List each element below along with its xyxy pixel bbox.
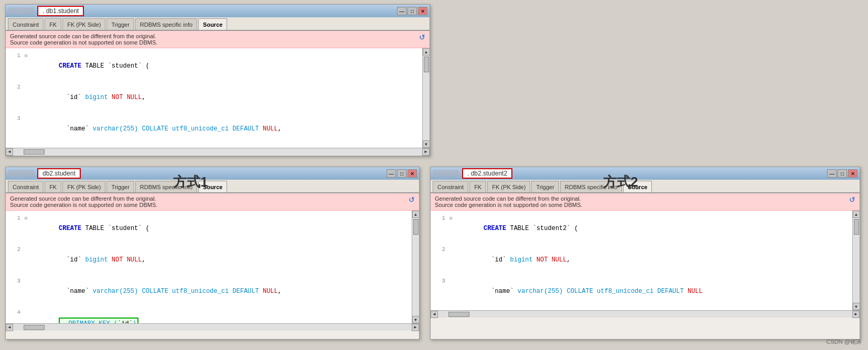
vertical-scrollbar[interactable]: ▲ ▼ [422, 48, 430, 148]
bl-scroll-up-arrow[interactable]: ▲ [412, 211, 420, 218]
bl-warning-bar: Generated source code can be different f… [6, 193, 419, 211]
scroll-left-arrow[interactable]: ◄ [6, 148, 13, 156]
bottom-right-controls[interactable]: — □ ✕ [827, 169, 858, 178]
tab-trigger[interactable]: Trigger [106, 18, 134, 30]
bottom-right-title: . db2.student2 [462, 168, 512, 179]
bl-tab-trigger[interactable]: Trigger [106, 181, 134, 192]
br-tabs-bar: Constraint FK FK (PK Side) Trigger RDBMS… [431, 180, 860, 193]
br-code-line-1: 1 ⊟ CREATE TABLE `student2` ( [431, 213, 860, 244]
top-window: . db1.student — □ ✕ Constraint FK FK (PK… [5, 4, 430, 156]
br-code-line-2: 2 `id` bigint NOT NULL, [431, 244, 860, 276]
code-line-1: 1 ⊟ CREATE TABLE `student` ( [6, 50, 430, 82]
br-warning-line2: Source code generation is not supported … [435, 202, 582, 208]
bl-scroll-left-arrow[interactable]: ◄ [6, 324, 13, 331]
br-refresh-icon[interactable]: ↺ [849, 195, 855, 204]
code-area: 1 ⊟ CREATE TABLE `student` ( 2 `id` bigi… [6, 48, 430, 148]
br-tab-trigger[interactable]: Trigger [531, 181, 559, 192]
br-horizontal-scrollbar[interactable]: ◄ ► [431, 310, 860, 318]
br-code-area: 1 ⊟ CREATE TABLE `student2` ( 2 `id` big… [431, 211, 860, 310]
tab-fk[interactable]: FK [45, 18, 61, 30]
top-window-controls[interactable]: — □ ✕ [397, 7, 427, 15]
br-scroll-up-arrow[interactable]: ▲ [853, 211, 860, 218]
tab-constraint[interactable]: Constraint [8, 18, 44, 30]
bl-maximize-button[interactable]: □ [397, 169, 406, 178]
bl-tabs-bar: Constraint FK FK (PK Side) Trigger RDBMS… [6, 180, 419, 193]
code-line-2: 2 `id` bigint NOT NULL, [6, 82, 430, 113]
bl-tab-fk[interactable]: FK [45, 181, 61, 192]
close-button[interactable]: ✕ [418, 7, 427, 15]
br-close-button[interactable]: ✕ [848, 169, 858, 178]
bottom-left-title: db2.student [37, 168, 81, 179]
scroll-h-thumb[interactable] [24, 149, 45, 155]
scroll-up-arrow[interactable]: ▲ [423, 48, 430, 56]
bl-warning-line2: Source code generation is not supported … [10, 202, 157, 208]
bl-scroll-h-thumb[interactable] [24, 325, 45, 330]
bl-warning-line1: Generated source code can be different f… [10, 195, 157, 202]
horizontal-scrollbar[interactable]: ◄ ► [6, 148, 430, 155]
bl-vertical-scrollbar[interactable]: ▲ ▼ [412, 211, 419, 323]
br-warning-line1: Generated source code can be different f… [435, 195, 582, 202]
bl-code-line-2: 2 `id` bigint NOT NULL, [6, 244, 419, 276]
tab-source[interactable]: Source [198, 18, 227, 30]
bottom-left-controls[interactable]: — □ ✕ [387, 169, 417, 178]
scroll-down-arrow[interactable]: ▼ [423, 140, 430, 148]
br-scroll-down-arrow[interactable]: ▼ [853, 303, 860, 310]
bl-scroll-right-arrow[interactable]: ► [412, 324, 419, 331]
bl-close-button[interactable]: ✕ [408, 169, 417, 178]
tab-fk-pk-side[interactable]: FK (PK Side) [62, 18, 105, 30]
bl-code-line-4: 4 PRIMARY KEY (`id`) [6, 307, 419, 323]
bl-code-area: 1 ⊟ CREATE TABLE `student` ( 2 `id` bigi… [6, 211, 419, 323]
warning-line2: Source code generation is not supported … [10, 39, 157, 46]
br-scroll-right-arrow[interactable]: ► [852, 311, 860, 318]
bl-scroll-down-arrow[interactable]: ▼ [412, 316, 420, 323]
br-tab-fk-pk-side[interactable]: FK (PK Side) [487, 181, 530, 192]
code-line-3: 3 `name` varchar(255) COLLATE utf8_unico… [6, 113, 430, 145]
bottom-left-titlebar: db2.student — □ ✕ [6, 167, 419, 180]
bottom-right-window: . db2.student2 — □ ✕ Constraint FK FK (P… [430, 167, 860, 340]
bl-code-line-3: 3 `name` varchar(255) COLLATE utf8_unico… [6, 276, 419, 307]
br-scroll-h-thumb[interactable] [448, 312, 469, 317]
bl-tab-constraint[interactable]: Constraint [8, 181, 44, 192]
br-tab-constraint[interactable]: Constraint [433, 181, 468, 192]
bottom-right-titlebar: . db2.student2 — □ ✕ [431, 167, 860, 180]
br-scroll-left-arrow[interactable]: ◄ [431, 311, 438, 318]
scroll-right-arrow[interactable]: ► [422, 148, 430, 156]
br-minimize-button[interactable]: — [827, 169, 837, 178]
scroll-thumb[interactable] [424, 57, 429, 72]
tabs-bar: Constraint FK FK (PK Side) Trigger RDBMS… [6, 17, 430, 31]
top-window-titlebar: . db1.student — □ ✕ [6, 5, 430, 17]
br-scroll-thumb[interactable] [854, 219, 859, 235]
watermark: CSDN @铭涛 [827, 338, 862, 346]
warning-bar: Generated source code can be different f… [6, 31, 430, 48]
maximize-button[interactable]: □ [408, 7, 417, 15]
top-window-title: . db1.student [37, 6, 84, 16]
bl-refresh-icon[interactable]: ↺ [409, 195, 415, 204]
tab-rdbms[interactable]: RDBMS specific info [135, 18, 197, 30]
bl-tab-fk-pk-side[interactable]: FK (PK Side) [62, 181, 105, 192]
code-line-4: 4 PRIMARY KEY (`id`) [6, 145, 430, 148]
bl-scroll-thumb[interactable] [413, 219, 419, 235]
annotation-way1: 方式1 [173, 173, 208, 191]
annotation-way2: 方式2 [603, 173, 638, 191]
br-code-line-4: 4 ) ENGINE=InnoDB DEFAULT CHARSET=utf8mb… [431, 307, 860, 310]
minimize-button[interactable]: — [397, 7, 406, 15]
br-vertical-scrollbar[interactable]: ▲ ▼ [852, 211, 860, 310]
br-code-line-3: 3 `name` varchar(255) COLLATE utf8_unico… [431, 276, 860, 307]
br-maximize-button[interactable]: □ [838, 169, 847, 178]
bl-minimize-button[interactable]: — [387, 169, 396, 178]
bottom-left-window: db2.student — □ ✕ Constraint FK FK (PK S… [5, 167, 420, 340]
bl-code-line-1: 1 ⊟ CREATE TABLE `student` ( [6, 213, 419, 244]
br-warning-bar: Generated source code can be different f… [431, 193, 860, 211]
bl-horizontal-scrollbar[interactable]: ◄ ► [6, 323, 419, 331]
refresh-icon[interactable]: ↺ [419, 33, 425, 41]
warning-line1: Generated source code can be different f… [10, 33, 157, 39]
br-tab-fk[interactable]: FK [469, 181, 486, 192]
